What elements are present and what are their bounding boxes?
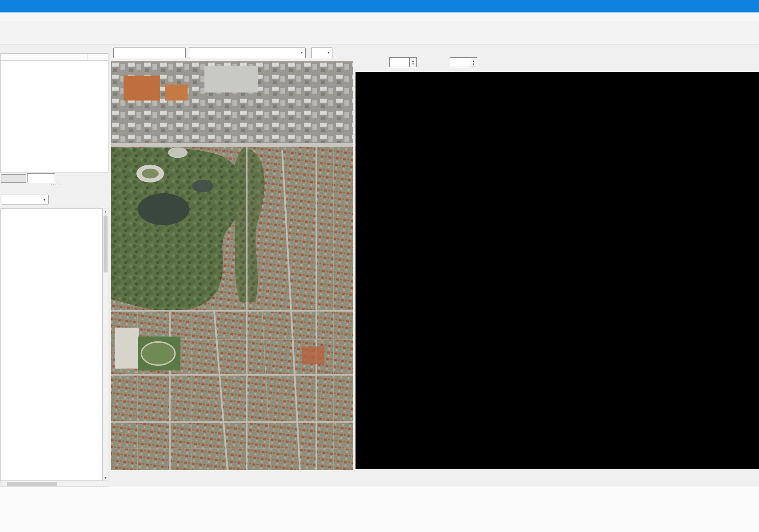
perspective-center-dots [111, 61, 353, 470]
spin-up-icon[interactable]: ▲ [472, 60, 475, 62]
image-index-panel: ▲▼ ▲▼ [356, 44, 759, 532]
tab-layers[interactable] [27, 173, 55, 183]
flightline-icon [4, 197, 10, 203]
left-panel: ▾ ▲ ▼ [0, 44, 109, 532]
refresh-button[interactable] [337, 48, 348, 59]
image-index-canvas[interactable] [356, 72, 759, 469]
data-sources-panel-header [0, 186, 109, 194]
scrollbar-thumb[interactable] [104, 216, 108, 272]
titlebar [0, 0, 759, 12]
chevron-down-icon: ▾ [298, 48, 305, 58]
layers-panel-header [0, 45, 109, 53]
scrollbar-thumb[interactable] [7, 482, 57, 486]
toolbar [0, 21, 759, 44]
scroll-up-icon[interactable]: ▲ [103, 210, 108, 213]
strips-mode-selector[interactable]: ▾ [2, 195, 49, 204]
spin-up-icon[interactable]: ▲ [412, 60, 414, 62]
scroll-down-icon[interactable]: ▼ [103, 476, 108, 480]
window-footer [0, 487, 759, 532]
filter-combo[interactable]: ▾ [189, 48, 306, 58]
tree-horizontal-scrollbar[interactable] [0, 481, 108, 487]
layers-column-header [0, 53, 108, 61]
map-canvas[interactable] [111, 61, 353, 470]
tab-filters[interactable] [1, 174, 26, 183]
strip-scale-spinner[interactable]: ▲▼ [470, 57, 477, 67]
map-panel: ▾ ▾ [111, 44, 353, 532]
menubar [0, 12, 759, 21]
strip-scale-input[interactable] [450, 57, 470, 67]
spin-down-icon[interactable]: ▼ [472, 63, 475, 65]
tree-vertical-scrollbar[interactable]: ▲ ▼ [103, 208, 108, 481]
image-scale-spinner[interactable]: ▲▼ [410, 57, 417, 67]
spin-down-icon[interactable]: ▼ [412, 63, 414, 65]
layers-list [0, 61, 108, 172]
data-sources-tree [0, 208, 103, 481]
image-scale-input[interactable] [389, 57, 410, 67]
chevron-down-icon: ▾ [44, 198, 45, 202]
scope-combo[interactable]: ▾ [311, 48, 332, 58]
panel-tabs [0, 173, 109, 183]
chevron-down-icon: ▾ [325, 48, 332, 58]
ortho-preset-combo[interactable] [113, 48, 186, 58]
